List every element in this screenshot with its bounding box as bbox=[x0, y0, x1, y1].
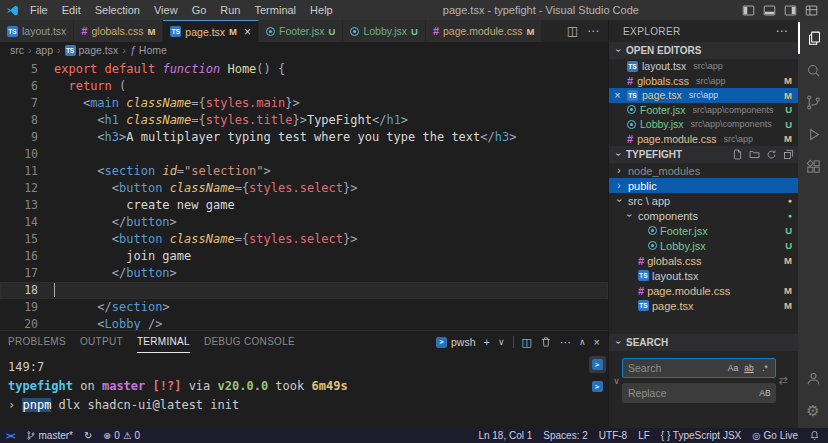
collapse-all-icon[interactable] bbox=[783, 149, 794, 160]
explorer-view-icon[interactable] bbox=[798, 22, 828, 54]
code-line[interactable]: 8 <h1 className={styles.title}>TypeFight… bbox=[0, 112, 608, 129]
code-line[interactable]: 15 <button className={styles.select}> bbox=[0, 231, 608, 248]
tab-layout.tsx[interactable]: TSlayout.tsx bbox=[0, 20, 74, 42]
split-editor-icon[interactable]: ◫ bbox=[567, 24, 578, 38]
panel-tab-debug-console[interactable]: DEBUG CONSOLE bbox=[204, 331, 295, 353]
folder-public[interactable]: ›public bbox=[609, 178, 798, 193]
open-editor-globals.css[interactable]: #globals.csssrc\appM bbox=[609, 74, 798, 89]
code-line[interactable]: 12 <button className={styles.select}> bbox=[0, 180, 608, 197]
search-header[interactable]: › SEARCH bbox=[609, 334, 798, 351]
terminal-instance-pwsh[interactable]: > bbox=[589, 356, 606, 373]
code-line[interactable]: 16 join game bbox=[0, 248, 608, 265]
problems-status[interactable]: ⊗0 ⚠0 bbox=[103, 430, 140, 441]
code-line[interactable]: 9 <h3>A multiplayer typing test where yo… bbox=[0, 129, 608, 146]
git-branch-status[interactable]: master* bbox=[26, 430, 73, 441]
code-line[interactable]: 13 create new game bbox=[0, 197, 608, 214]
maximize-panel-icon[interactable]: ∧ bbox=[579, 337, 586, 347]
replace-all-icon[interactable]: ⇄ bbox=[776, 358, 790, 403]
code-line[interactable]: 5export default function Home() { bbox=[0, 61, 608, 78]
go-live[interactable]: ◎Go Live bbox=[752, 430, 798, 441]
sync-icon[interactable]: ↻ bbox=[84, 430, 92, 441]
breadcrumb-item-app[interactable]: app bbox=[36, 44, 54, 56]
new-file-icon[interactable] bbox=[732, 149, 743, 160]
tab-page.module.css[interactable]: #page.module.cssM bbox=[426, 20, 542, 42]
notifications-bell-icon[interactable] bbox=[809, 430, 820, 441]
menu-run[interactable]: Run bbox=[213, 0, 247, 20]
language-mode[interactable]: { } TypeScript JSX bbox=[661, 430, 741, 441]
code-line[interactable]: 20 <Lobby /> bbox=[0, 316, 608, 330]
menu-terminal[interactable]: Terminal bbox=[248, 0, 304, 20]
eol-sequence[interactable]: LF bbox=[638, 430, 650, 441]
file-page.module.css[interactable]: #page.module.cssM bbox=[609, 283, 798, 298]
code-line[interactable]: 17 </button> bbox=[0, 265, 608, 282]
new-folder-icon[interactable] bbox=[749, 149, 760, 160]
file-lobby.jsx[interactable]: Lobby.jsxU bbox=[609, 238, 798, 253]
open-editor-footer.jsx[interactable]: Footer.jsxsrc\app\componentsU bbox=[609, 103, 798, 118]
shell-selector[interactable]: > pwsh bbox=[436, 336, 476, 348]
tab-page.tsx[interactable]: TSpage.tsxM× bbox=[163, 20, 259, 42]
file-page.tsx[interactable]: TSpage.tsxM bbox=[609, 298, 798, 313]
code-line[interactable]: 10 bbox=[0, 146, 608, 163]
open-editor-lobby.jsx[interactable]: Lobby.jsxsrc\app\componentsU bbox=[609, 117, 798, 132]
menu-go[interactable]: Go bbox=[185, 0, 214, 20]
settings-gear-icon[interactable]: ⚙ bbox=[798, 394, 828, 426]
menu-selection[interactable]: Selection bbox=[88, 0, 147, 20]
toggle-secondary-sidebar-icon[interactable] bbox=[784, 4, 797, 17]
menu-file[interactable]: File bbox=[23, 0, 55, 20]
close-icon[interactable]: × bbox=[612, 90, 623, 100]
source-control-icon[interactable] bbox=[798, 86, 828, 118]
customize-layout-icon[interactable] bbox=[805, 4, 818, 17]
menu-edit[interactable]: Edit bbox=[55, 0, 88, 20]
code-line[interactable]: 19 </section> bbox=[0, 299, 608, 316]
tab-footer.jsx[interactable]: Footer.jsxU bbox=[259, 20, 343, 42]
menu-view[interactable]: View bbox=[147, 0, 185, 20]
more-actions-icon[interactable]: ⋯ bbox=[776, 24, 788, 38]
preserve-case-icon[interactable]: AB bbox=[758, 386, 772, 400]
tab-lobby.jsx[interactable]: Lobby.jsxU bbox=[343, 20, 425, 42]
replace-input[interactable] bbox=[623, 387, 758, 399]
toggle-replace-icon[interactable]: ∨ bbox=[611, 358, 622, 403]
split-terminal-icon[interactable]: ◫ bbox=[522, 336, 532, 349]
whole-word-icon[interactable]: ab bbox=[742, 361, 756, 375]
terminal-dropdown-icon[interactable]: ∨ bbox=[498, 337, 505, 347]
regex-icon[interactable]: .* bbox=[758, 361, 772, 375]
code-line[interactable]: 14 </button> bbox=[0, 214, 608, 231]
search-input[interactable] bbox=[623, 362, 726, 374]
panel-tab-problems[interactable]: PROBLEMS bbox=[8, 331, 66, 353]
panel-tab-output[interactable]: OUTPUT bbox=[80, 331, 123, 353]
file-layout.tsx[interactable]: TSlayout.tsx bbox=[609, 268, 798, 283]
code-editor[interactable]: 5export default function Home() {6 retur… bbox=[0, 58, 608, 330]
code-line[interactable]: 7 <main className={styles.main}> bbox=[0, 95, 608, 112]
indentation[interactable]: Spaces: 2 bbox=[543, 430, 587, 441]
refresh-icon[interactable] bbox=[766, 149, 777, 160]
toggle-panel-icon[interactable] bbox=[763, 4, 776, 17]
terminal-output[interactable]: 149:7typefight on master [!?] via v20.0.… bbox=[0, 353, 586, 428]
folder-node-modules[interactable]: ›node_modules bbox=[609, 163, 798, 178]
file-globals.css[interactable]: #globals.cssM bbox=[609, 253, 798, 268]
file-footer.jsx[interactable]: Footer.jsxU bbox=[609, 223, 798, 238]
extensions-icon[interactable] bbox=[798, 150, 828, 182]
match-case-icon[interactable]: Aa bbox=[726, 361, 740, 375]
remote-indicator[interactable]: >< bbox=[6, 431, 15, 441]
open-editor-page.module.css[interactable]: #page.module.csssrc\appM bbox=[609, 132, 798, 147]
terminal-instance-pwsh[interactable]: > bbox=[589, 378, 606, 395]
more-panel-actions-icon[interactable]: ⋯ bbox=[560, 336, 571, 349]
code-line[interactable]: 18 bbox=[0, 282, 608, 299]
project-header[interactable]: › TYPEFIGHT bbox=[609, 146, 798, 163]
account-icon[interactable] bbox=[798, 362, 828, 394]
kill-terminal-icon[interactable] bbox=[540, 336, 552, 348]
search-view-icon[interactable] bbox=[798, 54, 828, 86]
breadcrumb-item-src[interactable]: src bbox=[10, 44, 24, 56]
tab-globals.css[interactable]: #globals.cssM bbox=[74, 20, 163, 42]
close-icon[interactable]: × bbox=[244, 27, 251, 37]
more-editor-actions-icon[interactable]: ⋯ bbox=[587, 24, 599, 38]
toggle-sidebar-icon[interactable] bbox=[742, 4, 755, 17]
code-line[interactable]: 11 <section id="selection"> bbox=[0, 163, 608, 180]
new-terminal-icon[interactable]: + bbox=[484, 336, 490, 348]
close-panel-icon[interactable]: × bbox=[594, 336, 600, 348]
cursor-position[interactable]: Ln 18, Col 1 bbox=[478, 430, 532, 441]
run-debug-icon[interactable] bbox=[798, 118, 828, 150]
open-editor-page.tsx[interactable]: ×TSpage.tsxsrc\appM bbox=[609, 88, 798, 103]
encoding[interactable]: UTF-8 bbox=[599, 430, 627, 441]
panel-tab-terminal[interactable]: TERMINAL bbox=[137, 331, 190, 353]
